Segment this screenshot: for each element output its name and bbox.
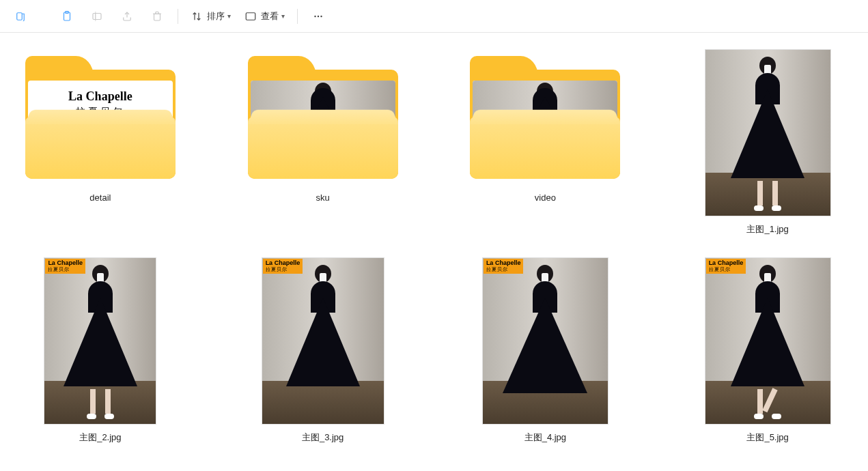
folder-thumbnail bbox=[248, 49, 398, 186]
folder-item[interactable]: video bbox=[462, 49, 630, 235]
item-label: 主图_2.jpg bbox=[79, 431, 121, 444]
folder-thumbnail: La Chapelle 拉夏贝尔 La Chapelle在法语中是“小教堂”的意… bbox=[25, 49, 176, 186]
image-thumbnail: La Chapelle拉夏贝尔 bbox=[248, 257, 398, 425]
item-label: video bbox=[535, 192, 556, 203]
more-button[interactable] bbox=[305, 5, 332, 27]
delete-button[interactable] bbox=[143, 5, 171, 27]
brand-tag: La Chapelle拉夏贝尔 bbox=[263, 259, 303, 274]
svg-point-6 bbox=[314, 15, 316, 16]
image-item[interactable]: La Chapelle拉夏贝尔 主图_4.jpg bbox=[462, 257, 630, 444]
view-dropdown[interactable]: 查看 ▾ bbox=[239, 5, 290, 27]
item-label: 主图_5.jpg bbox=[746, 431, 788, 444]
item-label: sku bbox=[316, 192, 330, 203]
toolbar-separator bbox=[178, 9, 178, 24]
photo-placeholder bbox=[483, 258, 608, 424]
image-thumbnail: La Chapelle拉夏贝尔 bbox=[470, 257, 620, 425]
share-button[interactable] bbox=[113, 5, 141, 27]
toolbar-separator bbox=[297, 9, 298, 24]
svg-point-8 bbox=[320, 15, 322, 16]
image-thumbnail: La Chapelle拉夏贝尔 bbox=[692, 257, 843, 425]
svg-rect-0 bbox=[17, 12, 23, 20]
toolbar: 排序 ▾ 查看 ▾ bbox=[0, 0, 868, 33]
item-label: detail bbox=[89, 192, 111, 203]
folder-item[interactable]: La Chapelle 拉夏贝尔 La Chapelle在法语中是“小教堂”的意… bbox=[16, 49, 184, 235]
photo-placeholder bbox=[262, 258, 384, 424]
sort-dropdown[interactable]: 排序 ▾ bbox=[185, 5, 236, 27]
image-item[interactable]: La Chapelle拉夏贝尔 主图_2.jpg bbox=[16, 257, 184, 444]
image-item[interactable]: 主图_1.jpg bbox=[684, 49, 852, 235]
brand-tag: La Chapelle拉夏贝尔 bbox=[45, 259, 85, 274]
svg-rect-4 bbox=[154, 14, 160, 20]
photo-placeholder bbox=[705, 258, 830, 424]
file-grid: La Chapelle 拉夏贝尔 La Chapelle在法语中是“小教堂”的意… bbox=[0, 33, 868, 460]
rename-button[interactable] bbox=[83, 5, 111, 27]
toolbar-unknown-button[interactable] bbox=[7, 5, 34, 27]
image-thumbnail: La Chapelle拉夏贝尔 bbox=[25, 257, 176, 425]
paste-button[interactable] bbox=[53, 5, 81, 27]
sort-label: 排序 bbox=[207, 10, 225, 23]
photo-placeholder bbox=[44, 258, 156, 424]
item-label: 主图_1.jpg bbox=[746, 223, 788, 235]
folder-thumbnail bbox=[470, 49, 620, 186]
photo-placeholder bbox=[705, 50, 830, 216]
chevron-down-icon: ▾ bbox=[227, 12, 231, 20]
folder-item[interactable]: sku bbox=[239, 49, 407, 235]
svg-rect-5 bbox=[246, 12, 255, 20]
svg-point-7 bbox=[318, 15, 319, 16]
brand-tag: La Chapelle拉夏贝尔 bbox=[484, 259, 524, 274]
brand-tag: La Chapelle拉夏贝尔 bbox=[706, 259, 746, 274]
item-label: 主图_4.jpg bbox=[524, 431, 566, 444]
item-label: 主图_3.jpg bbox=[302, 431, 344, 444]
chevron-down-icon: ▾ bbox=[281, 12, 285, 20]
svg-rect-3 bbox=[93, 13, 101, 19]
image-item[interactable]: La Chapelle拉夏贝尔 主图_5.jpg bbox=[684, 257, 852, 444]
view-label: 查看 bbox=[261, 10, 279, 23]
image-thumbnail bbox=[692, 49, 843, 216]
image-item[interactable]: La Chapelle拉夏贝尔 主图_3.jpg bbox=[239, 257, 407, 444]
